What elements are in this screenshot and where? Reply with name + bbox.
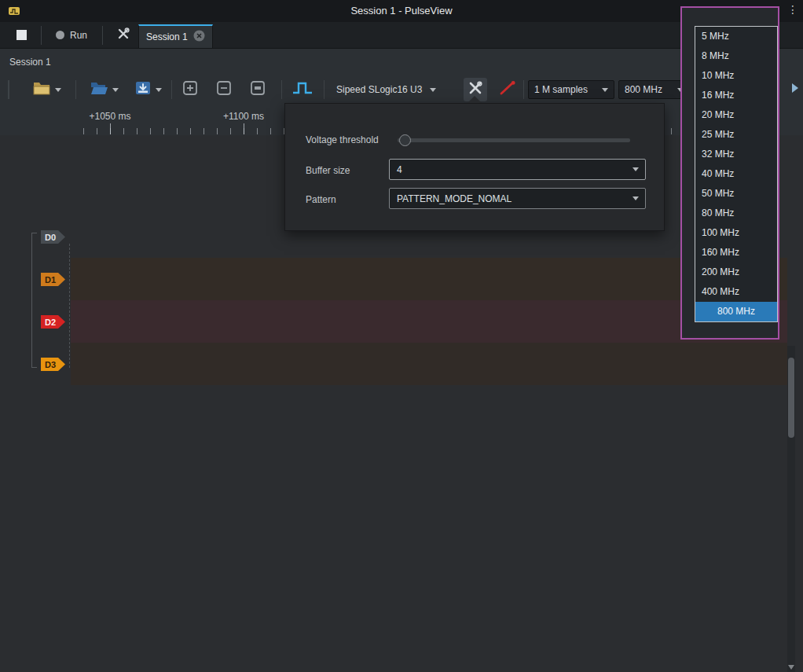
rate-option[interactable]: 40 MHz — [695, 164, 777, 184]
trace-guide-line — [69, 244, 70, 368]
rate-option[interactable]: 160 MHz — [695, 243, 777, 263]
separator — [523, 80, 524, 99]
sample-rate-select[interactable]: 800 MHz — [618, 80, 690, 99]
toolbar-drag-handle[interactable] — [8, 80, 9, 99]
save-icon — [134, 80, 152, 99]
dropdown-caret-icon — [156, 88, 162, 92]
session-name-label: Session 1 — [9, 57, 51, 68]
pulseview-window: Session 1 - PulseView ⋮ Run Session 1 Se… — [0, 0, 803, 672]
zoom-out-button[interactable] — [214, 78, 234, 101]
rate-option[interactable]: 80 MHz — [695, 204, 777, 223]
device-selector[interactable]: Sipeed SLogic16 U3 — [330, 78, 442, 101]
stop-icon — [16, 30, 27, 40]
dropdown-caret-icon — [632, 196, 639, 200]
voltage-threshold-slider[interactable] — [398, 138, 630, 142]
channel-label-d3[interactable]: D3 — [41, 358, 65, 371]
channel-group-bracket — [31, 233, 32, 368]
rate-option[interactable]: 16 MHz — [695, 86, 777, 105]
trigger-button[interactable] — [289, 78, 316, 101]
buffer-size-label: Buffer size — [306, 165, 350, 176]
zoom-fit-icon — [250, 80, 266, 99]
dropdown-caret-icon — [430, 88, 436, 92]
ruler-tick-label: +1100 ms — [223, 111, 264, 122]
new-session-button[interactable] — [24, 78, 69, 101]
run-state-icon — [56, 31, 64, 39]
trace-row-band-d3 — [71, 343, 787, 385]
open-button[interactable] — [82, 78, 126, 101]
voltage-threshold-label: Voltage threshold — [306, 134, 379, 145]
zoom-fit-button[interactable] — [248, 78, 268, 101]
separator — [171, 80, 172, 99]
tab-session-1[interactable]: Session 1 — [138, 24, 213, 48]
rate-option[interactable]: 5 MHz — [695, 27, 777, 46]
zoom-in-button[interactable] — [180, 78, 200, 101]
stop-button[interactable] — [6, 22, 36, 48]
zoom-in-icon — [182, 80, 198, 99]
rate-option[interactable]: 32 MHz — [695, 145, 777, 164]
rate-option[interactable]: 8 MHz — [695, 46, 777, 66]
separator — [281, 80, 282, 99]
separator — [102, 26, 103, 45]
dropdown-caret-icon — [55, 88, 61, 92]
rate-option[interactable]: 25 MHz — [695, 125, 777, 145]
ruler-tick-label: +1050 ms — [89, 111, 130, 122]
channel-label-d2[interactable]: D2 — [41, 315, 65, 329]
pattern-label: Pattern — [306, 194, 336, 205]
device-settings-popup: Voltage threshold Buffer size 4 Pattern … — [284, 103, 665, 231]
buffer-size-select[interactable]: 4 — [389, 159, 646, 180]
voltage-threshold-slider-handle[interactable] — [399, 134, 411, 146]
settings-button[interactable] — [110, 22, 137, 48]
zoom-out-icon — [216, 80, 232, 99]
tab-label: Session 1 — [146, 31, 188, 42]
separator — [324, 80, 324, 99]
pattern-value: PATTERN_MODE_NOMAL — [397, 193, 512, 204]
separator — [75, 80, 76, 99]
probe-icon — [497, 80, 518, 99]
tab-close-icon[interactable] — [193, 30, 205, 44]
sample-rate-value: 800 MHz — [625, 84, 662, 95]
probe-button[interactable] — [495, 78, 520, 101]
dropdown-caret-icon — [602, 88, 608, 92]
run-button[interactable]: Run — [46, 22, 97, 48]
tools-icon — [116, 27, 130, 43]
popup-arrow — [468, 96, 482, 103]
save-button[interactable] — [126, 78, 170, 101]
separator — [41, 26, 42, 45]
sample-count-select[interactable]: 1 M samples — [528, 80, 614, 99]
rate-option[interactable]: 10 MHz — [695, 66, 777, 86]
sample-count-value: 1 M samples — [534, 84, 588, 95]
dropdown-caret-icon — [632, 167, 639, 171]
titlebar-menu-icon[interactable]: ⋮ — [787, 3, 798, 16]
rate-option[interactable]: 20 MHz — [695, 105, 777, 125]
sample-rate-dropdown: 5 MHz 8 MHz 10 MHz 16 MHz 20 MHz 25 MHz … — [695, 26, 778, 322]
rate-option-selected[interactable]: 800 MHz — [695, 302, 777, 321]
buffer-size-value: 4 — [397, 164, 402, 175]
toolbar-overflow-icon[interactable] — [792, 83, 798, 93]
rate-option[interactable]: 100 MHz — [695, 223, 777, 243]
channel-label-d1[interactable]: D1 — [41, 273, 65, 286]
channel-group-bracket — [31, 367, 37, 368]
pattern-select[interactable]: PATTERN_MODE_NOMAL — [389, 188, 646, 209]
rate-option[interactable]: 400 MHz — [695, 282, 777, 302]
new-session-icon — [32, 80, 51, 99]
scroll-down-icon[interactable] — [788, 665, 794, 670]
rate-option[interactable]: 50 MHz — [695, 184, 777, 204]
rate-option[interactable]: 200 MHz — [695, 263, 777, 282]
device-name: Sipeed SLogic16 U3 — [336, 84, 422, 95]
scrollbar-thumb[interactable] — [788, 358, 794, 438]
open-folder-icon — [90, 80, 108, 99]
channel-group-bracket — [31, 233, 37, 233]
dropdown-caret-icon — [112, 88, 119, 92]
channel-label-d0[interactable]: D0 — [41, 230, 65, 244]
vertical-scrollbar[interactable] — [787, 346, 795, 672]
run-label: Run — [70, 30, 87, 41]
trigger-pulse-icon — [292, 80, 314, 99]
